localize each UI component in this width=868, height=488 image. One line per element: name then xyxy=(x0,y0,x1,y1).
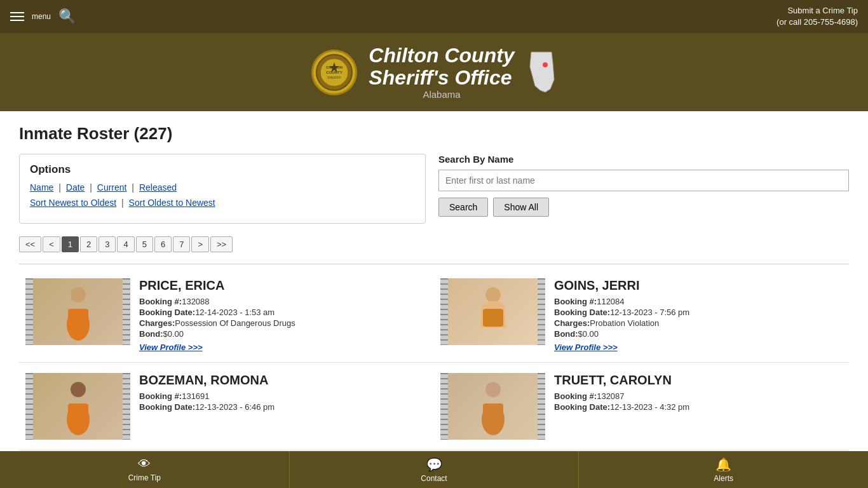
svg-point-8 xyxy=(71,287,86,302)
inmate-name-3: BOZEMAN, ROMONA xyxy=(139,373,428,388)
pagination-page-3[interactable]: 3 xyxy=(98,236,116,252)
booking-date-3: Booking Date:12-13-2023 - 6:46 pm xyxy=(139,402,428,412)
pagination: << < 1 2 3 4 5 6 7 > >> xyxy=(19,236,849,252)
inmate-info-2: GOINS, JERRI Booking #:112084 Booking Da… xyxy=(554,278,843,352)
svg-point-11 xyxy=(485,287,501,302)
pagination-page-6[interactable]: 6 xyxy=(154,236,172,252)
show-all-button[interactable]: Show All xyxy=(493,198,549,217)
inmate-photo-1 xyxy=(25,278,130,345)
top-bar: menu 🔍 Submit a Crime Tip (or call 205-7… xyxy=(0,0,868,33)
header-title: Chilton County Sheriff's Office xyxy=(369,44,514,89)
alerts-icon: 🔔 xyxy=(715,457,731,464)
crime-tip-label: Submit a Crime Tip xyxy=(776,5,858,17)
bottom-nav-alerts[interactable]: 🔔 Alerts xyxy=(579,451,868,463)
search-box: Search By Name Search Show All xyxy=(438,154,849,217)
divider-top xyxy=(19,264,849,264)
header: CHILTON COUNTY SHERIFF Chilton County Sh… xyxy=(0,33,868,111)
inmate-card-truett-carolyn: TRUETT, CAROLYN Booking #:132087 Booking… xyxy=(434,363,849,451)
inmate-photo-2 xyxy=(440,278,545,345)
crime-tip-phone: (or call 205-755-4698) xyxy=(776,17,858,28)
crime-tip-link[interactable]: Submit a Crime Tip (or call 205-755-4698… xyxy=(776,5,858,28)
menu-icon[interactable] xyxy=(10,12,24,21)
inmate-info-1: PRICE, ERICA Booking #:132088 Booking Da… xyxy=(139,278,428,352)
charges-1: Charges:Possession Of Dangerous Drugs xyxy=(139,318,428,328)
bond-2: Bond:$0.00 xyxy=(554,329,843,339)
svg-text:COUNTY: COUNTY xyxy=(327,71,342,74)
search-buttons: Search Show All xyxy=(438,198,849,217)
svg-point-7 xyxy=(543,62,548,67)
options-box: Options Name | Date | Current | Released… xyxy=(19,154,426,224)
inmate-photo-4 xyxy=(440,373,545,440)
option-released-link[interactable]: Released xyxy=(139,182,177,193)
header-title-line2: Sheriff's Office xyxy=(369,66,512,89)
inmate-name-2: GOINS, JERRI xyxy=(554,278,843,293)
svg-point-13 xyxy=(71,382,86,397)
booking-date-4: Booking Date:12-13-2023 - 4:32 pm xyxy=(554,402,843,412)
option-name-link[interactable]: Name xyxy=(30,182,53,193)
svg-rect-12 xyxy=(483,309,503,327)
svg-rect-18 xyxy=(483,403,503,423)
inmate-info-3: BOZEMAN, ROMONA Booking #:131691 Booking… xyxy=(139,373,428,440)
svg-point-16 xyxy=(485,382,501,397)
booking-date-1: Booking Date:12-14-2023 - 1:53 am xyxy=(139,308,428,317)
search-button[interactable]: Search xyxy=(438,198,488,217)
inmate-name-1: PRICE, ERICA xyxy=(139,278,428,293)
crime-tip-icon: 👁 xyxy=(138,457,151,463)
main-content: Inmate Roster (227) Options Name | Date … xyxy=(0,111,868,463)
inmate-grid: PRICE, ERICA Booking #:132088 Booking Da… xyxy=(19,268,849,451)
svg-rect-10 xyxy=(68,309,88,328)
inmate-photo-3 xyxy=(25,373,130,440)
sort-oldest-link[interactable]: Sort Oldest to Newest xyxy=(129,198,215,208)
top-bar-left: menu 🔍 xyxy=(10,8,76,25)
charges-2: Charges:Probation Violation xyxy=(554,318,843,328)
inmate-card-bozeman-romona: BOZEMAN, ROMONA Booking #:131691 Booking… xyxy=(19,363,434,451)
bottom-nav-crime-tip[interactable]: 👁 Crime Tip xyxy=(0,451,290,463)
inmate-name-4: TRUETT, CAROLYN xyxy=(554,373,843,388)
header-subtitle: Alabama xyxy=(369,89,514,100)
options-links: Name | Date | Current | Released xyxy=(30,182,415,193)
pagination-first[interactable]: << xyxy=(19,236,41,252)
pagination-last[interactable]: >> xyxy=(210,236,233,252)
inmate-info-4: TRUETT, CAROLYN Booking #:132087 Booking… xyxy=(554,373,843,440)
header-title-line1: Chilton County xyxy=(369,44,514,67)
options-search-row: Options Name | Date | Current | Released… xyxy=(19,154,849,224)
pagination-page-7[interactable]: 7 xyxy=(173,236,190,252)
view-profile-1[interactable]: View Profile >>> xyxy=(139,342,203,352)
page-title: Inmate Roster (227) xyxy=(19,124,849,144)
pagination-page-1[interactable]: 1 xyxy=(62,236,79,252)
inmate-card-price-erica: PRICE, ERICA Booking #:132088 Booking Da… xyxy=(19,268,434,363)
pagination-next[interactable]: > xyxy=(191,236,209,252)
header-text: Chilton County Sheriff's Office Alabama xyxy=(369,44,514,100)
logo-badge: CHILTON COUNTY SHERIFF xyxy=(311,50,357,95)
sort-links: Sort Newest to Oldest | Sort Oldest to N… xyxy=(30,198,415,208)
inmate-card-goins-jerri: GOINS, JERRI Booking #:112084 Booking Da… xyxy=(434,268,849,363)
bottom-nav-contact[interactable]: 💬 Contact xyxy=(290,451,580,463)
search-by-name-label: Search By Name xyxy=(438,154,849,165)
option-current-link[interactable]: Current xyxy=(97,182,127,193)
pagination-page-5[interactable]: 5 xyxy=(136,236,153,252)
booking-num-4: Booking #:132087 xyxy=(554,391,843,401)
svg-text:SHERIFF: SHERIFF xyxy=(328,76,341,79)
search-icon[interactable]: 🔍 xyxy=(58,8,76,25)
option-date-link[interactable]: Date xyxy=(66,182,85,193)
contact-icon: 💬 xyxy=(426,457,442,464)
pagination-page-2[interactable]: 2 xyxy=(80,236,97,252)
pagination-prev[interactable]: < xyxy=(43,236,60,252)
view-profile-2[interactable]: View Profile >>> xyxy=(554,342,618,352)
menu-label: menu xyxy=(32,12,51,21)
booking-num-1: Booking #:132088 xyxy=(139,297,428,306)
booking-num-3: Booking #:131691 xyxy=(139,391,428,401)
options-title: Options xyxy=(30,163,415,176)
booking-date-2: Booking Date:12-13-2023 - 7:56 pm xyxy=(554,308,843,317)
svg-rect-15 xyxy=(68,403,88,423)
booking-num-2: Booking #:112084 xyxy=(554,297,843,306)
sort-newest-link[interactable]: Sort Newest to Oldest xyxy=(30,198,116,208)
search-input[interactable] xyxy=(438,170,849,191)
bottom-nav: 👁 Crime Tip 💬 Contact 🔔 Alerts xyxy=(0,451,868,463)
alabama-map-icon xyxy=(526,51,557,94)
svg-marker-6 xyxy=(530,52,554,92)
pagination-page-4[interactable]: 4 xyxy=(117,236,134,252)
bond-1: Bond:$0.00 xyxy=(139,329,428,339)
